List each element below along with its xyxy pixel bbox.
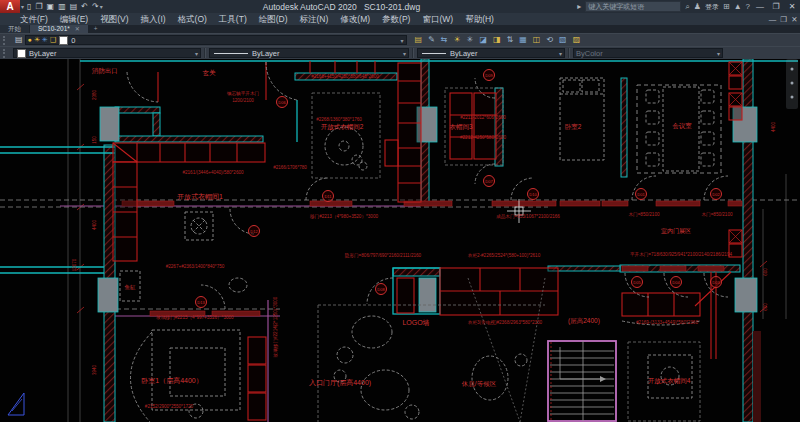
annotation-label: 平开木门=718/630/925/941*2100/2140/2186/2194 <box>630 251 732 257</box>
chevron-down-icon[interactable]: ▾ <box>400 50 406 57</box>
layer-tool-icon[interactable]: ◨ <box>493 34 501 46</box>
door-marker-label: D03 <box>712 280 720 285</box>
layer-tool-icon[interactable]: ⟲ <box>546 34 553 46</box>
logo-caret-icon[interactable]: ▾ <box>21 3 24 10</box>
lineweight-sample <box>422 53 446 54</box>
menu-item[interactable]: 格式(O) <box>172 13 213 25</box>
layer-tool-icon[interactable]: ▤ <box>415 34 423 46</box>
layer-tool-icon[interactable]: ✳ <box>467 34 474 46</box>
qat-caret-icon[interactable]: ▾ <box>100 3 103 10</box>
chevron-down-icon[interactable]: ▾ <box>556 50 562 57</box>
search-input[interactable]: 键入关键字或短语 <box>585 1 681 12</box>
door-marker-label: D02 <box>712 192 720 197</box>
tab-start[interactable]: 开始 <box>0 25 29 33</box>
open-icon[interactable]: ❐ <box>35 0 42 13</box>
dimension-label: 4400 <box>771 121 776 132</box>
drawing-area[interactable]: 消防出口玄关开放式衣帽间1开放式衣帽间2衣帽间3卧室2会议室室内门展区LOGO墙… <box>0 59 800 422</box>
toolbar-grip-2[interactable] <box>3 49 10 58</box>
menu-item[interactable]: 帮助(H) <box>459 13 500 25</box>
new-tab-button[interactable]: + <box>89 25 103 33</box>
layer-thaw-icon[interactable]: ☀ <box>34 35 40 45</box>
room-label: 玄关 <box>203 69 217 77</box>
save-icon[interactable]: ▣ <box>47 0 55 13</box>
menu-item[interactable]: 绘图(D) <box>253 13 294 25</box>
room-label: 开放式衣帽间4 <box>648 377 691 385</box>
annotation-label: #2268/1360*380*1760 <box>316 117 362 122</box>
menu-item[interactable]: 标注(N) <box>294 13 335 25</box>
layer-dropdown[interactable]: ● ☀ ✳ ❑ 0 ▾ <box>25 35 407 45</box>
share-icon[interactable]: ▲ <box>734 2 742 11</box>
annotation-label: 木门=850/2100 <box>701 212 732 217</box>
menu-item[interactable]: 工具(T) <box>213 13 253 25</box>
menu-item[interactable]: 编辑(E) <box>54 13 94 25</box>
new-icon[interactable]: ▯ <box>27 0 31 13</box>
annotation-label: 衣柜2-#2265/2524*(580+100)*2610 <box>468 253 541 258</box>
layer-tool-icon[interactable]: ▧ <box>559 34 567 46</box>
search-icon[interactable]: ⌕ <box>685 2 689 12</box>
room-label: 卧室1（层高4400） <box>141 377 202 385</box>
linetype-dropdown[interactable]: ByLayer ▾ <box>209 48 409 58</box>
annotation-label: 玻璃移门#2214(2*1250)*3000 <box>273 296 279 357</box>
annotation-label: #2169-(3133+4549)*580*2360 <box>636 320 698 325</box>
dimension-label: 12070 <box>72 258 77 271</box>
layer-tool-icon[interactable]: ◪ <box>479 34 487 46</box>
sign-in-link[interactable]: 登录 <box>705 2 719 12</box>
autocad-logo-icon[interactable]: A <box>0 0 20 13</box>
layer-tool-icon[interactable]: ⇅ <box>507 34 514 46</box>
chevron-down-icon[interactable]: ▾ <box>192 50 198 57</box>
menu-item[interactable]: 修改(M) <box>334 13 376 25</box>
help-icon[interactable]: ? <box>746 2 750 11</box>
user-icon[interactable]: ♟ <box>694 2 701 11</box>
tab-drawing[interactable]: SC10-201*✕ <box>30 25 88 33</box>
minimize-button[interactable]: — <box>754 2 766 11</box>
menu-item[interactable]: 视图(V) <box>94 13 134 25</box>
app-store-icon[interactable]: ⊞ <box>723 2 730 11</box>
dimension-label: 3940 <box>92 364 97 375</box>
window-title: Autodesk AutoCAD 2020 SC10-201.dwg <box>106 2 578 12</box>
plot-icon[interactable]: ▤ <box>70 0 78 13</box>
toolbar-grip[interactable] <box>3 36 10 45</box>
dimension-label: 600 <box>763 268 768 276</box>
chevron-down-icon[interactable]: ▾ <box>398 37 404 44</box>
door-marker-label: D12 <box>250 229 258 234</box>
search-caret-icon[interactable]: ▸ <box>577 2 581 11</box>
annotation-labels: 镶芯轴平开木门1200/2100#2168+4150/4250*580/645*… <box>145 74 733 409</box>
annotation-label: #2168+4150/4250*580/645*2600 <box>311 74 379 79</box>
doc-restore-button[interactable]: ❐ <box>778 15 789 24</box>
doc-minimize-button[interactable]: — <box>767 15 778 24</box>
layer-tool-icon[interactable]: ▨ <box>573 34 581 46</box>
floor-plan[interactable]: 消防出口玄关开放式衣帽间1开放式衣帽间2衣帽间3卧室2会议室室内门展区LOGO墙… <box>0 59 800 422</box>
menu-item[interactable]: 插入(I) <box>135 13 172 25</box>
tab-close-icon[interactable]: ✕ <box>75 26 80 32</box>
undo-icon[interactable]: ↶ <box>81 0 88 13</box>
color-dropdown[interactable]: ByLayer ▾ <box>13 48 201 58</box>
layer-lock-icon[interactable]: ❑ <box>50 35 56 45</box>
menu-item[interactable]: 窗口(W) <box>416 13 459 25</box>
annotation-label: 移门#2213（4*980+3520）*3000 <box>309 214 379 220</box>
layer-on-icon[interactable]: ● <box>28 35 32 45</box>
save-as-icon[interactable]: ▥ <box>58 0 66 13</box>
menu-item[interactable]: 文件(F) <box>14 13 54 25</box>
layer-tool-icon[interactable]: ⇆ <box>441 34 448 46</box>
redo-icon[interactable]: ↷ <box>92 0 99 13</box>
room-label: 卧室2 <box>565 123 582 130</box>
doc-close-button[interactable]: ✕ <box>789 15 800 24</box>
restore-button[interactable]: ❐ <box>770 2 782 11</box>
infocenter: ▸ 键入关键字或短语 ⌕ ♟ 登录 ⊞ ▲ ? — ❐ ✕ <box>577 1 800 12</box>
quick-access-toolbar: ▯❐▣▥▤↶↷ <box>27 0 99 13</box>
layer-tool-icon[interactable]: ◫ <box>533 34 541 46</box>
layer-properties-icon[interactable]: ▤ <box>15 34 23 46</box>
menu-item[interactable]: 参数(P) <box>376 13 416 25</box>
layer-tool-icon[interactable]: ☀ <box>454 34 461 46</box>
plotstyle-value: ByColor <box>576 49 603 58</box>
wall-smudge <box>753 331 761 422</box>
door-marker-label: D04 <box>672 280 680 285</box>
layer-vp-freeze-icon[interactable]: ✳ <box>42 35 48 45</box>
lineweight-dropdown[interactable]: ByLayer ▾ <box>417 48 565 58</box>
layer-tool-icon[interactable]: ▦ <box>519 34 527 46</box>
annotation-label: 隐形门=806/797/690*2160/2111/2160 <box>345 252 422 259</box>
annotation-label: #2212-4250*580*2600 <box>460 135 506 140</box>
close-button[interactable]: ✕ <box>786 2 798 11</box>
layer-tool-icon[interactable]: ✎ <box>428 34 435 46</box>
file-tabs: 开始 SC10-201*✕ + <box>0 25 800 33</box>
